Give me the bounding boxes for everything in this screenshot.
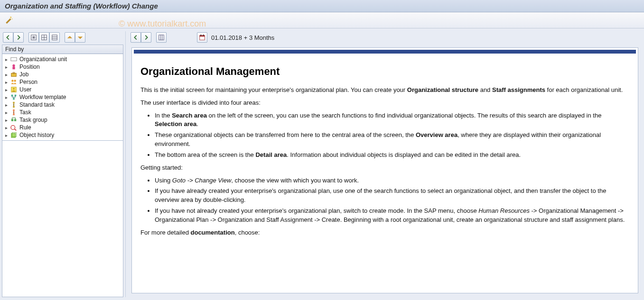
tree-item-object-history[interactable]: ▸ Object history: [3, 131, 122, 139]
tree-label: Person: [19, 79, 37, 85]
person-icon: [10, 79, 18, 85]
content-back-button[interactable]: [131, 32, 141, 43]
doc-getting-started: Getting started:: [140, 164, 629, 173]
svg-rect-7: [11, 58, 17, 61]
tree-item-user[interactable]: ▸ User: [3, 86, 122, 93]
user-icon: [10, 86, 18, 93]
svg-rect-23: [13, 114, 15, 116]
twisty-icon: ▸: [4, 72, 8, 77]
doc-areas-intro: The user interface is divided into four …: [140, 99, 629, 108]
twisty-icon: ▸: [4, 110, 8, 115]
svg-rect-18: [13, 98, 15, 100]
svg-rect-37: [200, 36, 205, 37]
tree-label: Task group: [19, 117, 47, 123]
svg-point-15: [13, 88, 15, 90]
history-icon: [10, 132, 18, 138]
right-toolbar: 01.01.2018 + 3 Months: [128, 31, 642, 45]
tree-label: Task: [19, 109, 31, 116]
task-icon: [10, 109, 18, 116]
doc-area-overview: These organizational objects can be tran…: [155, 131, 629, 149]
twisty-icon: ▸: [4, 87, 8, 92]
svg-point-13: [14, 80, 16, 82]
twisty-icon: ▸: [4, 95, 8, 100]
tree-item-standard-task[interactable]: ▸ Standard task: [3, 101, 122, 109]
date-picker-button[interactable]: [197, 32, 207, 43]
document-body: Organizational Management This is the in…: [132, 54, 638, 260]
layout-grid-button[interactable]: [39, 32, 49, 43]
doc-gs-existing: If you have already created your enterpr…: [155, 187, 629, 205]
find-by-label: Find by: [5, 46, 24, 53]
window-title-bar: Organization and Staffing (Workflow) Cha…: [0, 0, 644, 12]
twisty-icon: ▸: [4, 118, 8, 123]
svg-point-12: [11, 80, 13, 82]
doc-area-detail: The bottom area of the screen is the Det…: [155, 151, 629, 160]
right-column: 01.01.2018 + 3 Months Organizational Man…: [125, 31, 642, 297]
doc-documentation-line: For more detailed documentation, choose:: [140, 228, 629, 237]
tree-item-org-unit[interactable]: ▸ Organizational unit: [3, 55, 122, 63]
left-toolbar: [2, 31, 123, 45]
tree-item-person[interactable]: ▸ Person: [3, 78, 122, 86]
tree-label: Job: [19, 71, 28, 78]
svg-rect-17: [15, 95, 17, 97]
svg-rect-26: [14, 119, 16, 121]
workflow-icon: [10, 94, 18, 100]
position-icon: [10, 64, 18, 70]
doc-heading: Organizational Management: [140, 64, 629, 79]
main-container: Find by ▸ Organizational unit ▸ Position…: [0, 28, 644, 299]
svg-rect-19: [13, 102, 15, 104]
content-forward-button[interactable]: [141, 32, 151, 43]
svg-rect-38: [201, 35, 202, 36]
layout-list-button[interactable]: [49, 32, 60, 43]
column-layout-button[interactable]: [156, 32, 167, 43]
content-frame: Organizational Management This is the in…: [131, 47, 638, 293]
job-icon: [10, 71, 18, 78]
doc-gs-create: If you have not already created your ent…: [155, 207, 629, 225]
doc-areas-list: In the Search area on the left of the sc…: [155, 111, 629, 160]
find-by-header: Find by: [2, 45, 123, 54]
svg-rect-33: [159, 35, 164, 40]
org-unit-icon: [10, 56, 18, 63]
nav-forward-button[interactable]: [13, 32, 24, 43]
blue-header-stripe: [134, 50, 636, 54]
twisty-icon: ▸: [4, 64, 8, 70]
content-scroll-area[interactable]: Organizational Management This is the in…: [132, 48, 638, 293]
svg-point-8: [12, 64, 15, 67]
tree-label: Standard task: [19, 101, 55, 108]
tree-label: Organizational unit: [19, 56, 67, 63]
wand-icon[interactable]: [5, 15, 13, 25]
tree-panel: ▸ Organizational unit ▸ Position ▸ Job ▸…: [2, 54, 123, 141]
svg-rect-39: [203, 35, 204, 36]
tree-item-task-group[interactable]: ▸ Task group: [3, 116, 122, 124]
tree-item-task[interactable]: ▸ Task: [3, 109, 122, 116]
expand-down-button[interactable]: [75, 32, 85, 43]
window-title: Organization and Staffing (Workflow) Cha…: [5, 2, 158, 10]
svg-rect-25: [11, 119, 13, 121]
taskgroup-icon: [10, 117, 18, 123]
left-column: Find by ▸ Organizational unit ▸ Position…: [2, 31, 123, 297]
tree-item-position[interactable]: ▸ Position: [3, 63, 122, 71]
doc-intro: This is the initial screen for maintaini…: [140, 86, 629, 95]
nav-back-button[interactable]: [3, 32, 13, 43]
twisty-icon: ▸: [4, 80, 8, 85]
doc-gs-list: Using Goto -> Change View, choose the vi…: [155, 176, 629, 225]
svg-rect-22: [13, 109, 15, 111]
doc-gs-goto: Using Goto -> Change View, choose the vi…: [155, 176, 629, 185]
svg-rect-20: [13, 106, 15, 108]
tree-item-rule[interactable]: ▸ Rule: [3, 124, 122, 131]
tree-label: Object history: [19, 132, 54, 138]
svg-rect-4: [52, 35, 57, 40]
tree-label: Rule: [19, 124, 31, 131]
layout-asterisk-button[interactable]: [28, 32, 39, 43]
svg-rect-16: [11, 95, 13, 97]
tree-label: User: [19, 86, 31, 93]
twisty-icon: ▸: [4, 125, 8, 130]
date-range-text: 01.01.2018 + 3 Months: [211, 34, 274, 41]
twisty-icon: ▸: [4, 133, 8, 138]
tree-item-workflow[interactable]: ▸ Workflow template: [3, 93, 122, 101]
doc-area-search: In the Search area on the left of the sc…: [155, 111, 629, 129]
rule-icon: [10, 124, 18, 131]
collapse-up-button[interactable]: [65, 32, 75, 43]
tree-item-job[interactable]: ▸ Job: [3, 71, 122, 78]
tree-empty-area: [2, 141, 123, 297]
svg-point-30: [11, 126, 15, 130]
